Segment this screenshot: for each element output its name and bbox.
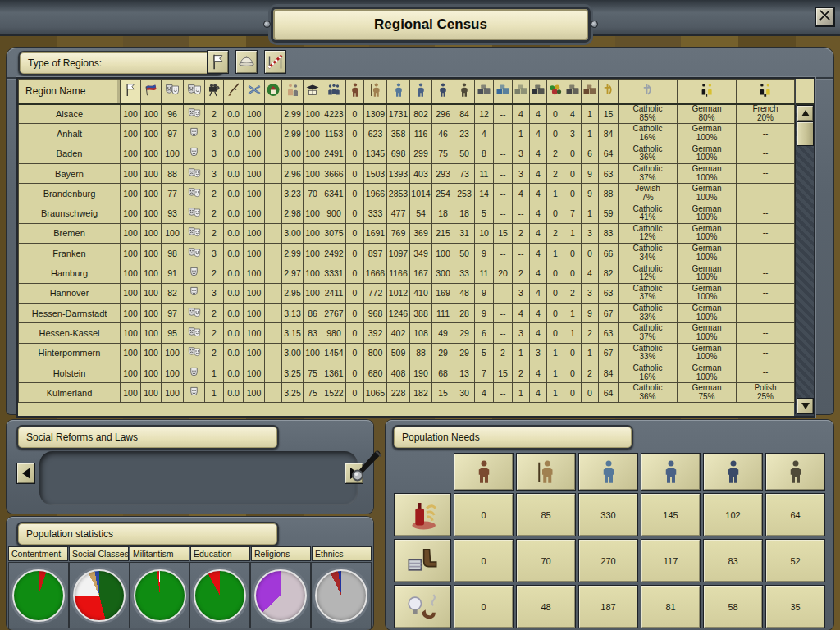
census-cell: 0.0: [224, 163, 244, 183]
column-header-health[interactable]: [282, 80, 304, 104]
census-cell: 402: [387, 323, 410, 343]
religion-cell: Catholic85%: [619, 104, 678, 124]
official-icon: [783, 456, 808, 487]
census-row[interactable]: Braunschweig1001009320.01002.98100900033…: [19, 203, 795, 223]
census-row[interactable]: Holstein10010010010.01003.25751361068040…: [19, 363, 795, 382]
census-cell: 2: [205, 303, 224, 322]
column-header-white-flag[interactable]: [121, 80, 141, 104]
column-header-worker[interactable]: [387, 80, 410, 104]
census-row[interactable]: Hessen-Darmstadt1001009720.01003.1386276…: [19, 303, 795, 322]
census-cell: 0: [564, 144, 582, 163]
census-row[interactable]: Kulmerland10010010010.01003.257515220106…: [19, 383, 795, 403]
column-header-craftsman[interactable]: [410, 80, 432, 104]
column-header-gold[interactable]: [599, 80, 619, 104]
column-header-market[interactable]: [547, 80, 564, 104]
colonial-regions-button[interactable]: [235, 50, 258, 74]
census-cell: 2: [547, 223, 564, 243]
column-header-gold-inactive[interactable]: [619, 80, 678, 104]
census-cell: 100: [304, 163, 322, 183]
census-row[interactable]: Hamburg1001009120.01002.9710033310166611…: [19, 263, 795, 283]
census-row[interactable]: Bremen10010010020.01003.0010030750169176…: [19, 223, 795, 243]
column-header-housing[interactable]: [265, 80, 282, 104]
census-cell: 1: [582, 124, 599, 144]
column-header-ethnic-pair-2[interactable]: [737, 80, 795, 104]
column-header-forges[interactable]: [582, 80, 599, 104]
column-header-mills[interactable]: [513, 80, 530, 104]
arrow-down-icon: [801, 403, 810, 409]
column-header-camera[interactable]: [205, 80, 224, 104]
column-header-soldier[interactable]: [432, 80, 454, 104]
region-name-cell: Hessen-Darmstadt: [19, 303, 121, 322]
census-cell: 3.23: [282, 184, 304, 203]
religion-cell: Catholic37%: [619, 323, 678, 343]
railroad-regions-button[interactable]: [264, 50, 286, 74]
tab-social-classes[interactable]: Social Classes: [69, 546, 129, 561]
column-header-ports[interactable]: [494, 80, 513, 104]
census-row[interactable]: Baden10010010030.01003.00100249101345698…: [19, 144, 795, 163]
census-row[interactable]: Hinterpommern10010010020.01003.001001454…: [19, 343, 795, 363]
column-header-mines[interactable]: [564, 80, 582, 104]
ethnic-pair-1-icon: [700, 81, 714, 98]
column-header-official[interactable]: [454, 80, 475, 104]
close-button[interactable]: [815, 7, 835, 27]
scroll-thumb[interactable]: [797, 121, 814, 146]
census-cell: 15: [494, 363, 513, 382]
tab-religions[interactable]: Religions: [251, 546, 311, 561]
tab-education[interactable]: Education: [190, 546, 250, 561]
ethnic-major-cell: German100%: [678, 163, 737, 183]
mood-masks-icon: [186, 186, 203, 199]
census-cell: 1731: [387, 104, 410, 124]
column-header-factories[interactable]: [475, 80, 494, 104]
census-cell: 6341: [322, 184, 346, 203]
census-row[interactable]: Anhalt1001009730.01002.99100115306233581…: [19, 124, 795, 144]
soldier-icon: [436, 81, 450, 98]
census-cell: 84: [599, 124, 619, 144]
tab-militantism[interactable]: Militantism: [130, 546, 189, 561]
pie-education: [194, 569, 246, 622]
census-row[interactable]: Hessen-Kassel1001009520.01003.1583980039…: [19, 323, 795, 343]
region-name-header[interactable]: Region Name: [19, 80, 121, 104]
farmer-icon: [368, 81, 383, 98]
column-header-theater-masks[interactable]: [162, 80, 184, 104]
census-cell: 18: [432, 203, 454, 223]
column-header-railroad[interactable]: [244, 80, 265, 104]
column-header-national-flag[interactable]: [141, 80, 162, 104]
mood-masks-cell: [184, 223, 205, 243]
column-header-farmer[interactable]: [364, 80, 387, 104]
census-cell: 2: [205, 223, 224, 243]
national-regions-button[interactable]: [207, 50, 229, 74]
column-header-education[interactable]: [304, 80, 322, 104]
census-cell: 403: [410, 163, 432, 183]
census-cell: 100: [121, 163, 141, 183]
column-header-ethnic-pair-1[interactable]: [678, 80, 737, 104]
worker-icon: [596, 456, 621, 487]
needs-row-luxury-goods: [394, 585, 451, 628]
tab-ethnics[interactable]: Ethnics: [312, 546, 372, 561]
census-cell: --: [494, 124, 513, 144]
census-cell: 54: [410, 203, 432, 223]
census-cell: 67: [599, 303, 619, 322]
column-header-railways[interactable]: [530, 80, 547, 104]
census-scrollbar[interactable]: [795, 105, 814, 414]
census-cell: --: [513, 244, 530, 263]
census-cell: 2.95: [282, 283, 304, 303]
reforms-scroll-left-button[interactable]: [16, 463, 35, 484]
census-row[interactable]: Brandenburg1001007720.01003.237063410196…: [19, 184, 795, 203]
forges-icon: [582, 81, 597, 98]
scroll-up-button[interactable]: [797, 105, 814, 121]
mood-masks-icon: [186, 246, 203, 259]
census-cell: 100: [244, 343, 265, 363]
tab-contentment[interactable]: Contentment: [8, 546, 68, 561]
column-header-population[interactable]: [322, 80, 346, 104]
population-needs-panel: Population Needs 08533014510264070270117…: [386, 420, 833, 630]
column-header-rifle[interactable]: [224, 80, 244, 104]
census-row[interactable]: Alsace1001009620.01002.99100422301309173…: [19, 104, 795, 124]
column-header-mood-masks[interactable]: [184, 80, 205, 104]
scroll-down-button[interactable]: [797, 398, 814, 414]
census-row[interactable]: Bayern1001008830.01002.96100366601503139…: [19, 163, 795, 183]
census-cell: 2491: [322, 144, 346, 163]
census-row[interactable]: Hannover1001008230.01002.951002411077210…: [19, 283, 795, 303]
census-row[interactable]: Franken1001009830.01002.9910024920897109…: [19, 244, 795, 263]
column-header-upper-class[interactable]: [346, 80, 364, 104]
religion-cell: Catholic12%: [619, 263, 678, 283]
